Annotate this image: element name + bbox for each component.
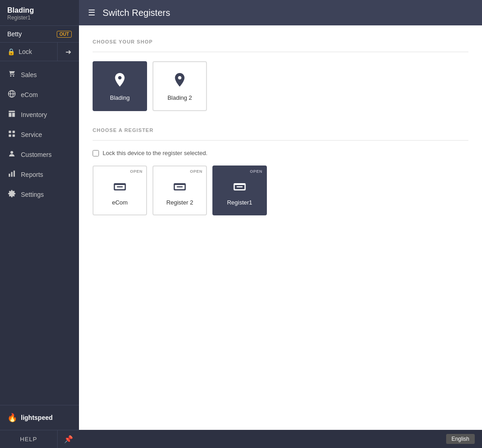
signout-icon: ➜ xyxy=(65,48,71,56)
svg-rect-6 xyxy=(13,131,15,133)
location-icon-blading xyxy=(112,72,128,92)
bottom-bar: English xyxy=(79,430,482,448)
lock-device-row: Lock this device to the register selecte… xyxy=(93,150,468,156)
shop-card-blading2[interactable]: Blading 2 xyxy=(152,61,207,111)
sidebar-nav: Sales eCom Inventory Service Customers xyxy=(0,61,79,405)
sidebar: Blading Register1 Betty OUT 🔒 Lock ➜ Sal… xyxy=(0,0,79,448)
register-card-ecom[interactable]: OPEN eCom xyxy=(93,166,147,215)
out-badge: OUT xyxy=(57,31,72,38)
register-card-register1[interactable]: OPEN Register1 xyxy=(212,166,267,215)
sidebar-item-customers[interactable]: Customers xyxy=(0,145,79,165)
service-icon xyxy=(7,130,16,140)
register-card-register2[interactable]: OPEN Register 2 xyxy=(152,166,207,215)
shop-divider xyxy=(93,52,468,52)
choose-register-section: CHOOSE A REGISTER Lock this device to th… xyxy=(93,127,468,215)
ecom-open-badge: OPEN xyxy=(130,169,143,174)
register-label-register2: Register 2 xyxy=(166,199,193,206)
svg-point-0 xyxy=(10,75,11,77)
location-icon-blading2 xyxy=(172,72,188,92)
settings-label: Settings xyxy=(21,191,44,198)
choose-shop-title: CHOOSE YOUR SHOP xyxy=(93,39,468,44)
sidebar-user-row: Betty OUT xyxy=(0,26,79,43)
brand-name: Blading xyxy=(7,6,72,15)
sidebar-item-inventory[interactable]: Inventory xyxy=(0,105,79,125)
register-divider xyxy=(93,140,468,141)
register2-open-badge: OPEN xyxy=(190,169,202,174)
sidebar-item-settings[interactable]: Settings xyxy=(0,185,79,205)
sidebar-item-sales[interactable]: Sales xyxy=(0,65,79,85)
register-icon-register2 xyxy=(172,180,187,197)
register-grid: OPEN eCom OPEN Register 2 OPEN xyxy=(93,166,468,215)
lightspeed-logo: 🔥 lightspeed xyxy=(7,413,53,423)
ecom-icon xyxy=(7,90,16,100)
customers-icon xyxy=(7,150,16,160)
sidebar-footer: 🔥 lightspeed xyxy=(0,405,79,430)
register-label-register1: Register1 xyxy=(227,199,252,206)
sidebar-bottom-row: HELP 📌 xyxy=(0,430,79,448)
help-button[interactable]: HELP xyxy=(0,430,57,448)
customers-label: Customers xyxy=(21,151,52,158)
topbar: ☰ Switch Registers xyxy=(79,0,482,25)
signout-button[interactable]: ➜ xyxy=(57,43,79,61)
inventory-label: Inventory xyxy=(21,111,47,118)
svg-point-1 xyxy=(13,75,14,77)
language-button[interactable]: English xyxy=(446,434,475,444)
sidebar-brand: Blading Register1 xyxy=(0,0,79,26)
svg-rect-15 xyxy=(236,186,242,188)
sidebar-item-reports[interactable]: Reports xyxy=(0,165,79,185)
sales-icon xyxy=(7,70,16,80)
shop-label-blading2: Blading 2 xyxy=(167,94,192,101)
ecom-label: eCom xyxy=(21,91,38,98)
logo-text: lightspeed xyxy=(21,414,53,421)
lock-label: Lock xyxy=(19,48,32,55)
sidebar-register: Register1 xyxy=(7,15,72,21)
svg-rect-12 xyxy=(14,170,15,177)
settings-icon xyxy=(7,190,16,200)
content-area: CHOOSE YOUR SHOP Blading Blading 2 C xyxy=(79,25,482,430)
sidebar-item-ecom[interactable]: eCom xyxy=(0,85,79,105)
lock-button[interactable]: 🔒 Lock xyxy=(0,43,57,61)
pin-icon: 📌 xyxy=(64,435,73,443)
shop-card-blading[interactable]: Blading xyxy=(93,61,147,111)
choose-shop-section: CHOOSE YOUR SHOP Blading Blading 2 xyxy=(93,39,468,111)
sales-label: Sales xyxy=(21,71,37,78)
svg-point-9 xyxy=(10,151,13,154)
lock-icon: 🔒 xyxy=(7,48,15,55)
svg-rect-11 xyxy=(11,172,13,177)
svg-rect-10 xyxy=(9,174,10,177)
flame-icon: 🔥 xyxy=(7,413,17,423)
reports-label: Reports xyxy=(21,171,43,178)
sidebar-item-service[interactable]: Service xyxy=(0,125,79,145)
svg-rect-7 xyxy=(9,135,11,137)
pin-button[interactable]: 📌 xyxy=(57,430,79,448)
main-content: ☰ Switch Registers CHOOSE YOUR SHOP Blad… xyxy=(79,0,482,448)
reports-icon xyxy=(7,170,16,180)
register-icon-register1 xyxy=(232,180,247,197)
choose-register-title: CHOOSE A REGISTER xyxy=(93,127,468,133)
service-label: Service xyxy=(21,131,42,138)
sidebar-lock-row: 🔒 Lock ➜ xyxy=(0,43,79,61)
svg-rect-14 xyxy=(177,186,182,188)
register1-open-badge: OPEN xyxy=(250,169,262,174)
lock-device-label: Lock this device to the register selecte… xyxy=(103,150,207,156)
svg-rect-8 xyxy=(13,135,15,137)
page-title: Switch Registers xyxy=(103,8,170,18)
register-icon-ecom xyxy=(113,180,127,197)
lock-device-checkbox[interactable] xyxy=(93,150,99,156)
shop-label-blading: Blading xyxy=(110,94,129,101)
svg-rect-5 xyxy=(9,131,11,133)
register-label-ecom: eCom xyxy=(112,199,128,206)
user-name: Betty xyxy=(7,30,57,38)
shop-grid: Blading Blading 2 xyxy=(93,61,468,111)
svg-rect-13 xyxy=(117,186,123,188)
menu-icon[interactable]: ☰ xyxy=(88,8,95,18)
inventory-icon xyxy=(7,110,16,120)
